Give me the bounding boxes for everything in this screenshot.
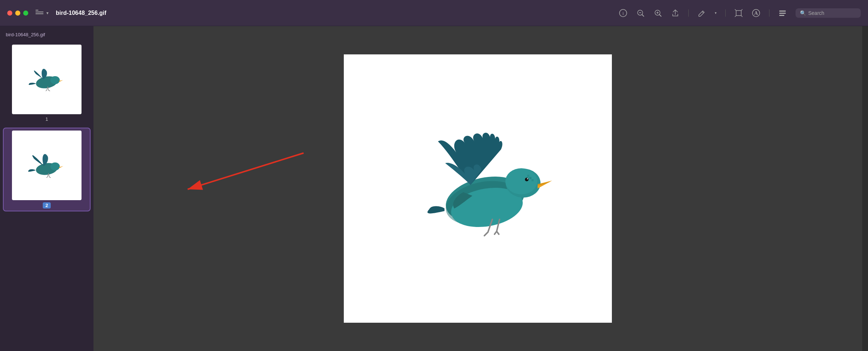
sidebar-filename: bird-10648_256.gif — [3, 30, 91, 39]
chevron-down-icon[interactable]: ▾ — [46, 11, 49, 16]
more-icon[interactable] — [778, 9, 787, 17]
svg-rect-19 — [779, 15, 784, 16]
svg-rect-35 — [531, 179, 534, 181]
share-icon[interactable] — [671, 9, 680, 17]
svg-line-14 — [741, 16, 742, 17]
search-icon: 🔍 — [800, 10, 806, 16]
svg-rect-18 — [779, 13, 786, 14]
zoom-out-icon[interactable] — [636, 9, 645, 17]
svg-text:i: i — [622, 11, 624, 16]
zoom-in-icon[interactable] — [654, 9, 662, 17]
search-placeholder: Search — [808, 10, 824, 16]
file-title: bird-10648_256.gif — [56, 10, 619, 16]
toolbar-separator-3 — [769, 9, 769, 17]
scrollbar-track[interactable] — [862, 26, 868, 351]
content-area — [93, 26, 862, 351]
image-canvas — [344, 54, 612, 323]
minimize-button[interactable] — [15, 11, 20, 16]
fullscreen-button[interactable] — [23, 11, 28, 16]
sidebar-toggle-icon — [36, 10, 43, 16]
frame-item-2[interactable]: 2 — [3, 128, 91, 211]
info-icon[interactable]: i — [619, 9, 627, 17]
svg-rect-33 — [529, 177, 531, 179]
main-area: bird-10648_256.gif — [0, 26, 868, 351]
edit-icon[interactable] — [697, 9, 706, 17]
sidebar-toggle-button[interactable] — [36, 10, 43, 16]
svg-line-12 — [741, 9, 742, 11]
titlebar: ▾ bird-10648_256.gif i — [0, 0, 868, 26]
svg-line-4 — [642, 15, 644, 16]
resize-icon[interactable] — [734, 9, 743, 17]
svg-line-13 — [735, 16, 736, 17]
svg-rect-10 — [736, 11, 741, 16]
toolbar-separator-2 — [725, 9, 726, 17]
search-bar[interactable]: 🔍 Search — [796, 8, 861, 18]
frame-item-1[interactable]: 1 — [3, 42, 91, 125]
svg-point-32 — [527, 178, 528, 179]
markup-icon[interactable]: A — [752, 9, 760, 17]
svg-line-8 — [659, 15, 661, 16]
frame-label-1: 1 — [45, 116, 48, 122]
toolbar-icons: i — [619, 8, 861, 18]
svg-point-23 — [50, 162, 60, 170]
frame-thumbnail-1 — [12, 45, 82, 114]
bird-image — [387, 112, 568, 265]
svg-rect-34 — [527, 175, 529, 177]
svg-line-9 — [702, 12, 704, 13]
traffic-lights — [7, 11, 28, 16]
svg-rect-17 — [779, 11, 786, 12]
close-button[interactable] — [7, 11, 12, 16]
svg-line-25 — [188, 153, 304, 189]
svg-point-31 — [525, 178, 529, 181]
sidebar: bird-10648_256.gif — [0, 26, 93, 351]
frame-badge-2: 2 — [43, 202, 50, 208]
svg-text:A: A — [754, 11, 758, 16]
toolbar-separator-1 — [688, 9, 689, 17]
edit-chevron-icon[interactable]: ▾ — [715, 11, 717, 15]
frame-thumbnail-2 — [12, 131, 82, 200]
svg-point-21 — [50, 76, 60, 84]
svg-line-11 — [735, 9, 736, 11]
